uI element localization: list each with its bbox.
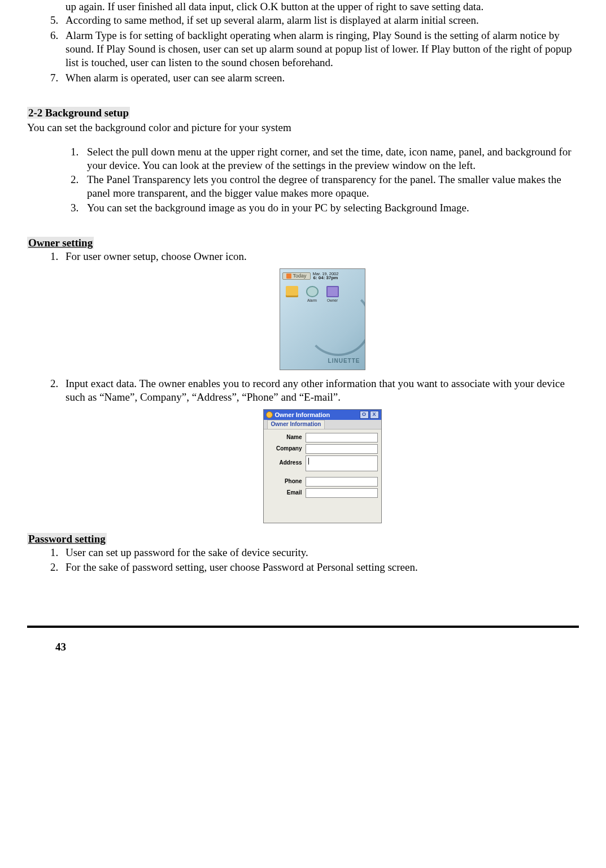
window-title: Owner Information: [275, 411, 330, 419]
list-item: According to same method, if set up seve…: [61, 14, 579, 27]
alarm-icon: [306, 286, 319, 297]
list-item: Select the pull down menu at the upper r…: [81, 145, 579, 173]
list-item-text: Input exact data. The owner enables you …: [66, 377, 565, 403]
input-email: [306, 488, 378, 498]
input-company: [306, 444, 378, 454]
input-phone: [306, 477, 378, 487]
window-button-ok-icon: O: [360, 411, 369, 419]
screenshot-home-screen: Today Mar. 19, 2002 6: 04: 37pm Alarm Ow…: [280, 268, 365, 370]
list-item: The Panel Transparency lets you control …: [81, 173, 579, 201]
section-heading: Password setting: [27, 533, 107, 545]
owner-setting-section: Owner setting For user owner setup, choo…: [27, 236, 579, 523]
input-name: [306, 433, 378, 442]
screenshot-time: 6: 04: 37pm: [313, 276, 339, 280]
password-setting-section: Password setting User can set up passwor…: [27, 532, 579, 575]
input-address: [306, 455, 378, 471]
section-heading: 2-2 Background setup: [27, 107, 130, 119]
folder-icon: [286, 286, 298, 297]
footer-rule: [27, 626, 579, 628]
background-setup-section: 2-2 Background setup You can set the bac…: [27, 106, 579, 215]
label-phone: Phone: [267, 478, 306, 485]
window-button-close-icon: X: [370, 411, 379, 419]
screenshot-owner-form: Owner Information O X Owner Information …: [263, 409, 382, 523]
brand-label: LINUETTE: [328, 358, 360, 365]
section-heading: Owner setting: [27, 237, 94, 249]
list-item: Input exact data. The owner enables you …: [61, 377, 579, 523]
decorative-swoosh: [305, 289, 365, 356]
list-item: User can set up password for the sake of…: [61, 546, 579, 559]
label-email: Email: [267, 489, 306, 497]
tab-owner-info: Owner Information: [267, 420, 325, 429]
list-item: For the sake of password setting, user c…: [61, 561, 579, 574]
alarm-setup-continuation: up again. If user finished all data inpu…: [27, 0, 579, 85]
app-icon: [266, 411, 273, 418]
list-item: For user owner setup, choose Owner icon.…: [61, 250, 579, 374]
list-item: Alarm Type is for setting of backlight o…: [61, 29, 579, 70]
list-item-text: For user owner setup, choose Owner icon.: [66, 250, 247, 262]
list-item: When alarm is operated, user can see ala…: [61, 71, 579, 85]
label-company: Company: [267, 445, 306, 453]
section-intro: You can set the background color and pic…: [27, 121, 579, 134]
list-item-fragment: up again. If user finished all data inpu…: [66, 0, 579, 14]
text-caret: [308, 458, 309, 465]
list-item: You can set the background image as you …: [81, 201, 579, 215]
label-address: Address: [267, 459, 306, 467]
label-name: Name: [267, 434, 306, 441]
today-chip: Today: [282, 272, 311, 280]
page-number: 43: [55, 640, 579, 654]
